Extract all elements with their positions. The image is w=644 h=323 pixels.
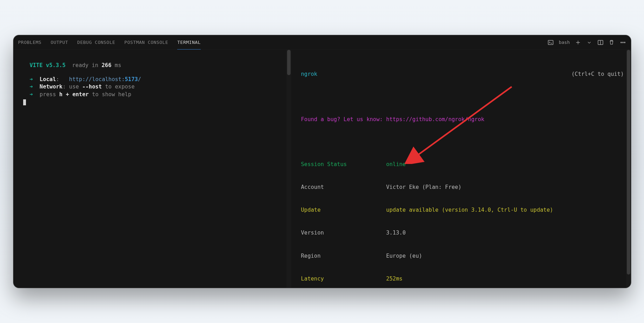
terminal-cursor xyxy=(23,99,26,105)
tab-debug-console[interactable]: DEBUG CONSOLE xyxy=(77,35,115,49)
ngrok-latency-k: Latency xyxy=(301,276,386,282)
tab-terminal[interactable]: TERMINAL xyxy=(177,35,201,50)
arrow-icon: ➜ xyxy=(29,91,33,98)
scrollbar-thumb[interactable] xyxy=(627,50,630,275)
ngrok-account-k: Account xyxy=(301,184,386,190)
vite-local-url-host: localhost: xyxy=(92,76,125,83)
ngrok-title: ngrok xyxy=(301,71,318,78)
ngrok-region-k: Region xyxy=(301,253,386,259)
vite-name: VITE xyxy=(29,62,42,68)
vite-help-line: ➜ press h + enter to show help xyxy=(23,91,284,99)
panel-tabs: PROBLEMS OUTPUT DEBUG CONSOLE POSTMAN CO… xyxy=(13,35,631,50)
ngrok-bug-line: Found a bug? Let us know: https://github… xyxy=(301,116,624,124)
vite-local-label: Local xyxy=(40,76,56,83)
ngrok-update-v: update available (version 3.14.0, Ctrl-U… xyxy=(386,207,553,213)
ngrok-latency-v: 252ms xyxy=(386,276,403,282)
ngrok-version-v: 3.13.0 xyxy=(386,230,406,236)
vite-ready-ms: 266 xyxy=(102,62,112,68)
arrow-icon: ➜ xyxy=(29,76,33,83)
svg-point-4 xyxy=(624,42,625,43)
ngrok-bug-url: https://github.com/ngrok/ngrok xyxy=(386,116,484,123)
scrollbar[interactable] xyxy=(626,50,631,288)
vite-network-hint2: to expose xyxy=(102,84,134,90)
arrow-icon: ➜ xyxy=(29,84,33,90)
chevron-down-icon[interactable] xyxy=(586,39,592,46)
ngrok-status-k: Session Status xyxy=(301,161,386,167)
terminal-split: VITE v5.3.5 ready in 266 ms ➜ Local: htt… xyxy=(13,50,631,288)
ngrok-bug-prefix: Found a bug? Let us know: xyxy=(301,116,386,123)
add-terminal-icon[interactable] xyxy=(575,39,581,46)
vite-ready-unit: ms xyxy=(112,62,121,68)
scrollbar-thumb[interactable] xyxy=(287,50,291,75)
svg-point-2 xyxy=(620,42,622,43)
vite-help-suffix: to show help xyxy=(89,91,131,98)
vite-network-line: ➜ Network: use --host to expose xyxy=(23,83,284,91)
vite-banner: VITE v5.3.5 ready in 266 ms xyxy=(23,62,284,70)
terminal-pane-right[interactable]: ngrok (Ctrl+C to quit) Found a bug? Let … xyxy=(291,50,631,288)
panel-tab-actions: bash xyxy=(547,39,626,46)
vite-local-line: ➜ Local: http://localhost:5173/ xyxy=(23,76,284,84)
more-icon[interactable] xyxy=(620,39,626,46)
vite-local-url-slash: / xyxy=(138,76,141,83)
vite-network-flag: --host xyxy=(82,84,102,90)
vite-network-hint: : use xyxy=(62,84,82,90)
tab-output[interactable]: OUTPUT xyxy=(51,35,68,49)
vite-local-url-port: 5173 xyxy=(125,76,138,83)
tab-problems[interactable]: PROBLEMS xyxy=(18,35,42,49)
ngrok-account-v: Victor Eke (Plan: Free) xyxy=(386,184,462,190)
vite-network-label: Network xyxy=(40,84,62,90)
vscode-panel: PROBLEMS OUTPUT DEBUG CONSOLE POSTMAN CO… xyxy=(13,35,631,288)
ngrok-quit-hint: (Ctrl+C to quit) xyxy=(571,71,624,78)
vite-help-prefix: press xyxy=(40,91,59,98)
ngrok-region-v: Europe (eu) xyxy=(386,253,422,259)
ngrok-update-k: Update xyxy=(301,207,386,213)
terminal-shell-label[interactable]: bash xyxy=(559,40,570,45)
terminal-pane-left[interactable]: VITE v5.3.5 ready in 266 ms ➜ Local: htt… xyxy=(13,50,291,288)
ngrok-version-k: Version xyxy=(301,230,386,236)
terminal-profile-icon[interactable] xyxy=(547,39,554,46)
scrollbar[interactable] xyxy=(286,50,291,288)
vite-help-key: h + enter xyxy=(59,91,89,98)
split-terminal-icon[interactable] xyxy=(597,39,604,46)
svg-rect-0 xyxy=(548,40,553,45)
vite-local-url-prefix: http:// xyxy=(69,76,92,83)
ngrok-status-v: online xyxy=(386,161,406,167)
trash-icon[interactable] xyxy=(609,39,615,46)
vite-ready-prefix: ready in xyxy=(72,62,102,68)
vite-version: v5.3.5 xyxy=(46,62,66,68)
tab-postman-console[interactable]: POSTMAN CONSOLE xyxy=(124,35,168,49)
svg-point-3 xyxy=(622,42,623,43)
